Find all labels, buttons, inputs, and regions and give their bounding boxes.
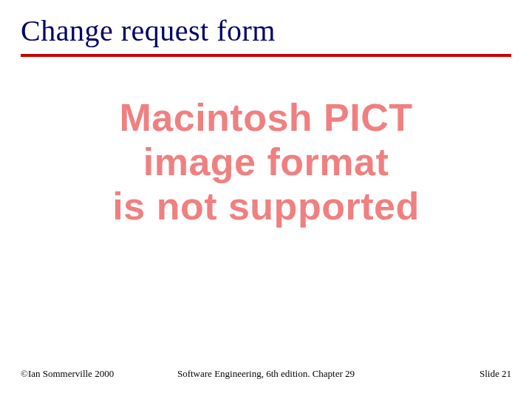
footer-copyright: ©Ian Sommerville 2000: [21, 368, 114, 380]
slide: Change request form Macintosh PICT image…: [0, 0, 532, 399]
footer-slide-number: Slide 21: [480, 368, 511, 380]
slide-footer: ©Ian Sommerville 2000 Software Engineeri…: [0, 368, 532, 380]
title-underline: [21, 54, 511, 57]
error-line-3: is not supported: [0, 185, 532, 229]
slide-body: Macintosh PICT image format is not suppo…: [0, 96, 532, 228]
error-line-2: image format: [0, 140, 532, 185]
error-line-1: Macintosh PICT: [0, 96, 532, 140]
slide-title: Change request form: [21, 13, 511, 52]
